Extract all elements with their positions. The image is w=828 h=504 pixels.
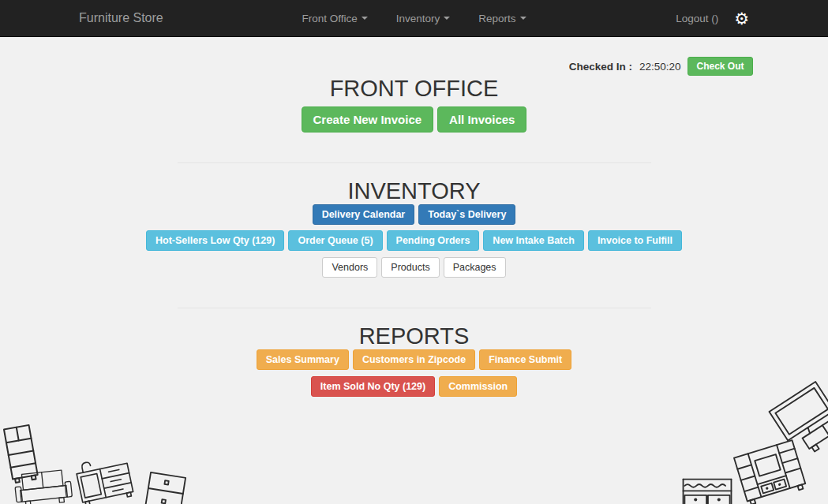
todays-delivery-button[interactable]: Today`s Delivery bbox=[418, 204, 515, 225]
brand-title[interactable]: Furniture Store bbox=[79, 11, 163, 25]
chevron-down-icon bbox=[362, 17, 368, 20]
inventory-info-buttons: Hot-Sellers Low Qty (129) Order Queue (5… bbox=[76, 230, 753, 251]
finance-submit-button[interactable]: Finance Submit bbox=[479, 349, 571, 370]
logout-link[interactable]: Logout () bbox=[676, 13, 718, 24]
reports-title: REPORTS bbox=[76, 323, 753, 349]
front-office-buttons: Create New Invoice All Invoices bbox=[76, 106, 753, 133]
inventory-primary-buttons: Delivery Calendar Today`s Delivery bbox=[76, 204, 753, 225]
customers-in-zipcode-button[interactable]: Customers in Zipcode bbox=[353, 349, 475, 370]
gear-icon[interactable]: ⚙ bbox=[734, 10, 749, 27]
front-office-title: FRONT OFFICE bbox=[76, 76, 753, 102]
main-nav: Front Office Inventory Reports bbox=[302, 13, 526, 24]
new-intake-batch-button[interactable]: New Intake Batch bbox=[483, 230, 584, 251]
all-invoices-button[interactable]: All Invoices bbox=[437, 106, 526, 133]
kitchen-unit-icon bbox=[71, 450, 137, 504]
check-out-button[interactable]: Check Out bbox=[688, 57, 752, 76]
packages-button[interactable]: Packages bbox=[444, 257, 506, 278]
section-divider bbox=[178, 162, 651, 163]
nav-inventory[interactable]: Inventory bbox=[396, 13, 451, 24]
delivery-calendar-button[interactable]: Delivery Calendar bbox=[313, 204, 415, 225]
checked-in-time: 22:50:20 bbox=[639, 61, 681, 73]
reports-mixed-buttons: Item Sold No Qty (129) Commission bbox=[76, 376, 753, 397]
nav-front-office[interactable]: Front Office bbox=[302, 13, 367, 24]
sales-summary-button[interactable]: Sales Summary bbox=[257, 349, 349, 370]
reports-warning-buttons: Sales Summary Customers in Zipcode Finan… bbox=[76, 349, 753, 370]
checkin-status-row: Checked In : 22:50:20 Check Out bbox=[76, 57, 753, 76]
navbar-right: Logout () ⚙ bbox=[676, 10, 749, 27]
nav-reports[interactable]: Reports bbox=[478, 13, 526, 24]
navbar: Furniture Store Front Office Inventory R… bbox=[0, 0, 828, 37]
order-queue-button[interactable]: Order Queue (5) bbox=[288, 230, 382, 251]
products-button[interactable]: Products bbox=[381, 257, 439, 278]
inventory-title: INVENTORY bbox=[76, 178, 753, 204]
section-divider bbox=[178, 308, 651, 308]
nav-front-office-label: Front Office bbox=[302, 13, 357, 24]
wall-unit-icon bbox=[729, 435, 814, 504]
sofa-icon bbox=[10, 464, 74, 504]
hot-sellers-low-qty-button[interactable]: Hot-Sellers Low Qty (129) bbox=[146, 230, 284, 251]
bookshelf-icon bbox=[2, 422, 43, 488]
pending-orders-button[interactable]: Pending Orders bbox=[387, 230, 480, 251]
item-sold-no-qty-button[interactable]: Item Sold No Qty (129) bbox=[311, 376, 435, 397]
create-new-invoice-button[interactable]: Create New Invoice bbox=[302, 106, 434, 133]
nightstand-icon bbox=[141, 469, 189, 504]
inventory-default-buttons: Vendors Products Packages bbox=[76, 257, 753, 278]
invoice-to-fulfill-button[interactable]: Invoice to Fulfill bbox=[588, 230, 682, 251]
nav-inventory-label: Inventory bbox=[396, 13, 440, 24]
nav-reports-label: Reports bbox=[478, 13, 515, 24]
checked-in-label: Checked In : bbox=[569, 61, 632, 73]
tv-monitor-icon bbox=[762, 376, 828, 476]
vendors-button[interactable]: Vendors bbox=[322, 257, 377, 278]
chevron-down-icon bbox=[520, 17, 526, 20]
bed-icon bbox=[679, 475, 736, 504]
chevron-down-icon bbox=[444, 17, 450, 20]
commission-button[interactable]: Commission bbox=[439, 376, 517, 397]
main-content: Checked In : 22:50:20 Check Out FRONT OF… bbox=[76, 57, 753, 397]
